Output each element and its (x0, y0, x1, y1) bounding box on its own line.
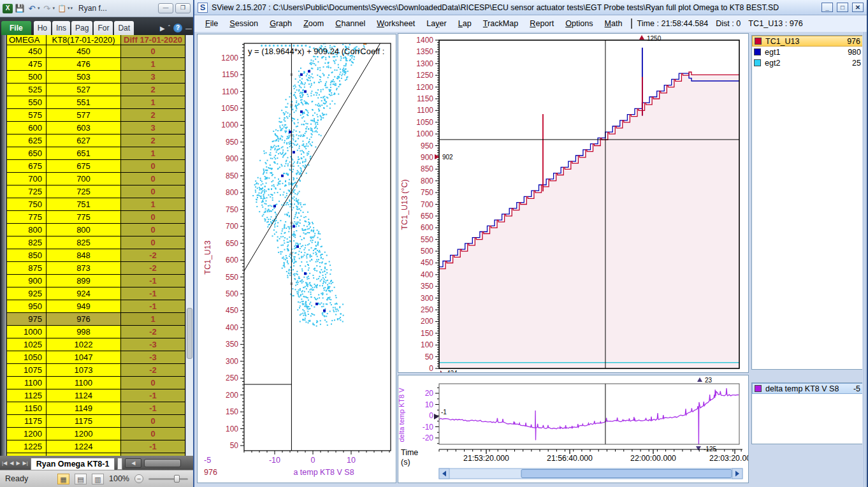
zoom-slider-thumb[interactable] (174, 475, 180, 483)
ribbon-minimize-icon[interactable]: — (185, 25, 192, 32)
sheet-cell[interactable]: 503 (47, 71, 121, 84)
menu-session[interactable]: Session (224, 19, 264, 28)
menu-file[interactable]: File (199, 19, 224, 28)
qat-customize-icon[interactable]: ▾ (71, 6, 73, 11)
sheet-cell[interactable]: 651 (47, 147, 121, 160)
ribbon-collapse-icon[interactable]: ˆ (168, 25, 170, 32)
sheet-cell[interactable]: -1 (121, 440, 185, 453)
sheet-cell[interactable]: 603 (47, 122, 121, 134)
sheet-cell[interactable]: 825 (47, 236, 121, 249)
paste-dropdown-icon[interactable]: ▾ (68, 6, 70, 11)
sheet-cell[interactable]: -1 (121, 389, 185, 402)
sheet-cell[interactable]: -1 (121, 300, 185, 313)
tab-pag[interactable]: Pag (71, 21, 92, 35)
sheet-cell[interactable]: 600 (6, 122, 47, 134)
sheet-cell[interactable]: 949 (47, 300, 121, 313)
scrollbar-thumb[interactable] (187, 308, 192, 359)
sheet-cell[interactable]: 1050 (6, 351, 47, 364)
sheet-cell[interactable]: 975 (6, 313, 47, 326)
sheet-cell[interactable]: 450 (6, 45, 47, 58)
sheet-cell[interactable]: 899 (47, 275, 121, 287)
sview-minimize-button[interactable]: _ (821, 3, 833, 12)
sheet-cell[interactable]: 924 (47, 287, 121, 300)
ribbon-overflow-icon[interactable]: ▶ (160, 25, 165, 32)
sheet-cell[interactable]: 1124 (47, 389, 121, 402)
sheet-cell[interactable]: 575 (6, 109, 47, 122)
sheet-cell[interactable]: 1224 (47, 440, 121, 453)
sheet-cell[interactable]: 1 (121, 147, 185, 160)
sheet-cell[interactable]: 1075 (6, 364, 47, 377)
sheet-cell[interactable]: 450 (47, 45, 121, 58)
sheet-cell[interactable]: 1025 (6, 338, 47, 351)
sheet-cell[interactable]: 998 (47, 326, 121, 338)
column-header[interactable]: KT8(17-01-2020) (47, 35, 121, 45)
sheet-cell[interactable]: 625 (6, 134, 47, 147)
sheet-cell[interactable]: 925 (6, 287, 47, 300)
sheet-cell[interactable]: 650 (6, 147, 47, 160)
paste-icon[interactable]: 📋 (57, 4, 67, 13)
prev-sheet-icon[interactable]: ◀ (10, 460, 13, 466)
menu-zoom[interactable]: Zoom (298, 19, 329, 28)
sheet-cell[interactable]: 900 (6, 275, 47, 287)
legend-item[interactable]: egt1980 (752, 47, 863, 57)
sheet-cell[interactable]: 2 (121, 109, 185, 122)
legend-item[interactable]: egt225 (752, 57, 863, 68)
first-sheet-icon[interactable]: |◀ (2, 460, 7, 466)
sheet-cell[interactable]: 700 (6, 173, 47, 185)
sheet-cell[interactable]: -1 (121, 287, 185, 300)
sheet-cell[interactable]: 3 (121, 122, 185, 134)
menu-trackmap[interactable]: TrackMap (477, 19, 524, 28)
sheet-cell[interactable]: 1100 (47, 377, 121, 389)
sheet-cell[interactable]: 0 (121, 224, 185, 236)
zoom-out-icon[interactable]: − (134, 474, 143, 483)
sheet-cell[interactable]: 551 (47, 96, 121, 109)
menu-report[interactable]: Report (524, 19, 560, 28)
sheet-cell[interactable]: 875 (6, 262, 47, 275)
sheet-cell[interactable]: 3 (121, 71, 185, 84)
sheet-cell[interactable]: -2 (121, 326, 185, 338)
sheet-cell[interactable]: -1 (121, 402, 185, 415)
sheet-cell[interactable]: 527 (47, 84, 121, 96)
sheet-cell[interactable]: 1 (121, 198, 185, 211)
sheet-cell[interactable]: 550 (6, 96, 47, 109)
page-layout-view-button[interactable]: ▤ (75, 474, 87, 484)
sheet-cell[interactable]: 750 (6, 198, 47, 211)
sheet-cell[interactable]: 2 (121, 84, 185, 96)
sheet-cell[interactable]: 627 (47, 134, 121, 147)
tab-file[interactable]: File (1, 21, 31, 35)
sheet-cell[interactable]: 1 (121, 313, 185, 326)
page-break-view-button[interactable]: ▥ (92, 474, 104, 484)
sheet-cell[interactable]: 850 (6, 249, 47, 262)
sheet-cell[interactable]: 725 (47, 185, 121, 198)
sheet-cell[interactable]: 0 (121, 160, 185, 173)
menu-graph[interactable]: Graph (264, 19, 298, 28)
minimize-button[interactable]: — (158, 3, 173, 13)
sheet-cell[interactable]: 800 (47, 224, 121, 236)
tab-ho[interactable]: Ho (34, 21, 51, 35)
sheet-cell[interactable]: 1200 (6, 428, 47, 440)
excel-vertical-scrollbar[interactable] (185, 35, 193, 456)
column-header[interactable]: Diff 17-01-2020 (121, 35, 185, 45)
menu-worksheet[interactable]: Worksheet (371, 19, 421, 28)
excel-horizontal-scrollbar[interactable] (144, 459, 181, 467)
sheet-cell[interactable]: 0 (121, 173, 185, 185)
sheet-cell[interactable]: 1149 (47, 402, 121, 415)
restore-button[interactable]: ❐ (175, 3, 191, 13)
sheet-cell[interactable]: 1175 (6, 415, 47, 428)
sheet-cell[interactable]: 475 (6, 58, 47, 71)
sheet-cell[interactable]: -2 (121, 249, 185, 262)
sheet-cell[interactable]: 476 (47, 58, 121, 71)
sheet-cell[interactable]: 675 (47, 160, 121, 173)
sheet-cell[interactable]: 825 (6, 236, 47, 249)
sheet-cell[interactable]: 775 (47, 211, 121, 224)
sheet-cell[interactable]: 848 (47, 249, 121, 262)
next-sheet-icon[interactable]: ▶ (16, 460, 20, 466)
sheet-cell[interactable]: 1073 (47, 364, 121, 377)
menu-channel[interactable]: Channel (329, 19, 371, 28)
sheet-cell[interactable]: 976 (47, 313, 121, 326)
scrollbar-thumb[interactable] (521, 470, 732, 478)
legend-item[interactable]: delta temp KT8 V S8-5 (752, 383, 863, 394)
sheet-cell[interactable]: 1047 (47, 351, 121, 364)
sheet-cell[interactable]: 0 (121, 236, 185, 249)
tab-dat[interactable]: Dat (114, 21, 134, 35)
